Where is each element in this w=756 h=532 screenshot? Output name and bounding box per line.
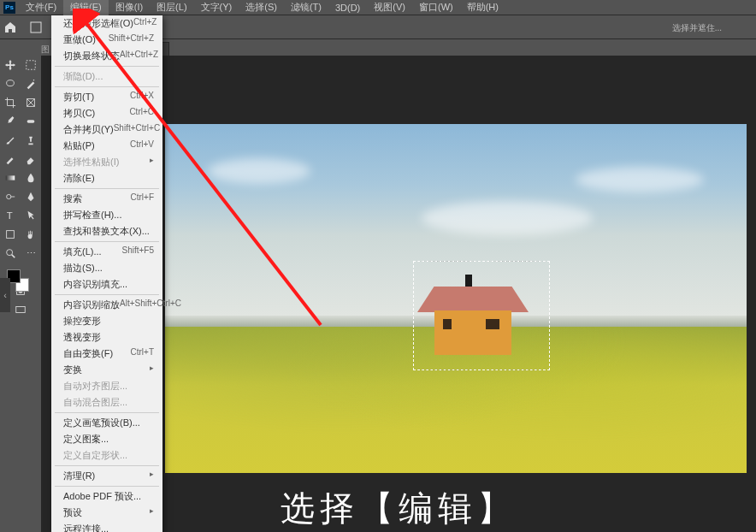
edit-menu-dropdown: 还原矩形选框(O)Ctrl+Z重做(O)Shift+Ctrl+Z切换最终状态Al… (51, 15, 162, 532)
menu-item[interactable]: 填充(L)...Shift+F5 (51, 244, 162, 260)
menu-separator (55, 188, 159, 189)
marquee-tool[interactable] (21, 56, 41, 74)
menu-separator (55, 86, 159, 87)
menu-item[interactable]: 定义图案... (51, 431, 162, 447)
frame-icon[interactable] (29, 21, 43, 34)
collapse-panel-icon[interactable]: ‹ (0, 278, 10, 312)
menu-file[interactable]: 文件(F) (19, 0, 63, 15)
pen-tool[interactable] (21, 187, 41, 206)
wand-tool[interactable] (21, 74, 41, 93)
svg-point-8 (7, 194, 11, 198)
eraser-tool[interactable] (21, 150, 41, 168)
menu-separator (55, 66, 159, 67)
menu-item[interactable]: 重做(O)Shift+Ctrl+Z (51, 32, 162, 48)
marquee-selection[interactable] (413, 261, 550, 370)
menu-item[interactable]: 清理(R) (51, 468, 162, 484)
menubar: Ps 文件(F) 编辑(E) 图像(I) 图层(L) 文字(Y) 选择(S) 滤… (0, 0, 756, 15)
menu-item[interactable]: 粘贴(P)Ctrl+V (51, 138, 162, 154)
blur-tool[interactable] (21, 168, 41, 187)
home-icon[interactable] (3, 21, 17, 34)
menu-item[interactable]: 还原矩形选框(O)Ctrl+Z (51, 15, 162, 32)
svg-rect-1 (27, 61, 36, 70)
menu-item[interactable]: 操控变形 (51, 313, 162, 329)
menu-select[interactable]: 选择(S) (239, 0, 284, 15)
menu-item[interactable]: 清除(E) (51, 170, 162, 186)
menu-item[interactable]: 搜索Ctrl+F (51, 191, 162, 207)
move-tool[interactable] (0, 56, 21, 74)
menu-item[interactable]: 变换 (51, 362, 162, 378)
menu-item: 定义自定形状... (51, 447, 162, 464)
menu-item[interactable]: 内容识别缩放Alt+Shift+Ctrl+C (51, 297, 162, 313)
menu-filter[interactable]: 滤镜(T) (284, 0, 328, 15)
menu-item[interactable]: 预设 (51, 505, 162, 521)
menu-image[interactable]: 图像(I) (109, 0, 150, 15)
select-mask-button[interactable]: 选择并遮住... (672, 22, 722, 34)
menu-help[interactable]: 帮助(H) (460, 0, 505, 15)
menu-item[interactable]: 拷贝(C)Ctrl+C (51, 105, 162, 121)
svg-rect-16 (16, 307, 26, 313)
menu-view[interactable]: 视图(V) (367, 0, 412, 15)
svg-point-2 (7, 80, 15, 86)
menu-type[interactable]: 文字(Y) (194, 0, 239, 15)
menu-item[interactable]: Adobe PDF 预设... (51, 488, 162, 505)
menu-item[interactable]: 剪切(T)Ctrl+X (51, 89, 162, 105)
menu-item: 渐隐(D)... (51, 68, 162, 85)
menu-item[interactable]: 定义画笔预设(B)... (51, 415, 162, 431)
frame-tool[interactable] (21, 93, 41, 112)
menu-item[interactable]: 自由变换(F)Ctrl+T (51, 346, 162, 362)
svg-rect-11 (7, 231, 15, 239)
menu-layer[interactable]: 图层(L) (150, 0, 193, 15)
menu-item[interactable]: 查找和替换文本(X)... (51, 223, 162, 239)
stamp-tool[interactable] (21, 131, 41, 150)
menu-item[interactable]: 内容识别填充... (51, 276, 162, 293)
eyedropper-tool[interactable] (0, 112, 21, 131)
menu-separator (55, 486, 159, 487)
menu-item: 选择性粘贴(I) (51, 154, 162, 170)
menu-edit[interactable]: 编辑(E) (63, 0, 109, 15)
ps-logo: Ps (3, 2, 15, 14)
menu-separator (55, 465, 159, 466)
menu-separator (55, 294, 159, 295)
tab-label: 图 (41, 44, 50, 56)
crop-tool[interactable] (0, 93, 21, 112)
path-select-tool[interactable] (21, 206, 41, 225)
menu-item[interactable]: 描边(S)... (51, 260, 162, 276)
svg-rect-6 (27, 120, 35, 123)
hand-tool[interactable] (21, 225, 41, 244)
menu-item[interactable]: 透视变形 (51, 329, 162, 346)
brush-tool[interactable] (0, 131, 21, 150)
lasso-tool[interactable] (0, 74, 21, 93)
menu-item: 自动对齐图层... (51, 378, 162, 394)
tool-panel: T ⋯ (0, 56, 41, 483)
history-brush-tool[interactable] (0, 150, 21, 168)
menu-item[interactable]: 合并拷贝(Y)Shift+Ctrl+C (51, 121, 162, 138)
zoom-tool[interactable] (0, 244, 21, 263)
shape-tool[interactable] (0, 225, 21, 244)
menu-item: 自动混合图层... (51, 394, 162, 411)
menu-item[interactable]: 切换最终状态Alt+Ctrl+Z (51, 48, 162, 64)
svg-rect-0 (31, 22, 41, 33)
gradient-tool[interactable] (0, 168, 21, 187)
svg-point-12 (7, 250, 13, 256)
svg-rect-7 (6, 175, 15, 180)
menu-item[interactable]: 远程连接... (51, 521, 162, 532)
dodge-tool[interactable] (0, 187, 21, 206)
menu-3d[interactable]: 3D(D) (328, 1, 367, 15)
svg-text:T: T (7, 210, 13, 221)
menu-separator (55, 412, 159, 413)
menu-window[interactable]: 窗口(W) (412, 0, 460, 15)
more-tool[interactable]: ⋯ (21, 244, 41, 263)
svg-line-13 (12, 255, 15, 258)
document-image (165, 124, 747, 473)
menu-item[interactable]: 拼写检查(H)... (51, 207, 162, 223)
type-tool[interactable]: T (0, 206, 21, 225)
menu-separator (55, 241, 159, 242)
heal-tool[interactable] (21, 112, 41, 131)
